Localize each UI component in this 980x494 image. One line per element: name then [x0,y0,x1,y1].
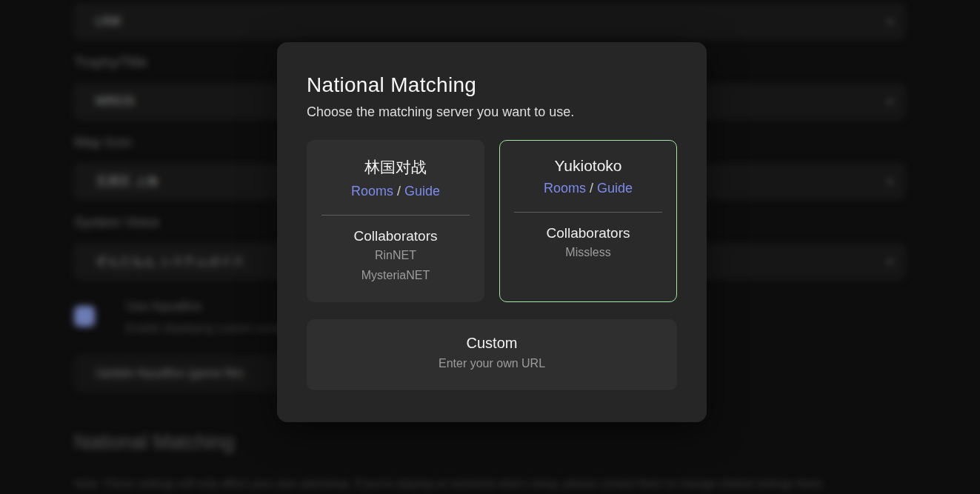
server-links: Rooms / Guide [307,184,484,199]
chevron-down-icon: ▾ [887,16,893,27]
server-name: 林国对战 [307,157,484,178]
rooms-link[interactable]: Rooms [544,181,586,196]
collaborator-name: RinNET [307,247,484,264]
guide-link[interactable]: Guide [597,181,633,196]
background-select-4-value: ずんだもん システムボイス [96,254,244,270]
background-select-1[interactable]: LINK ▾ [74,4,905,39]
background-select-3-value: 无畏区 上海 [96,174,158,190]
collaborators-label: Collaborators [307,228,484,244]
server-card-linguo[interactable]: 林国对战 Rooms / Guide Collaborators RinNET … [307,140,484,302]
server-options-row: 林国对战 Rooms / Guide Collaborators RinNET … [307,140,677,302]
trophy-title-label: Trophy/Title [74,54,147,70]
guide-link[interactable]: Guide [404,184,440,198]
modal-title: National Matching [307,73,677,97]
map-icon-label: Map Icon [74,134,132,150]
server-links: Rooms / Guide [500,181,676,196]
server-name: Yukiotoko [500,157,676,175]
custom-server-card[interactable]: Custom Enter your own URL [307,319,677,390]
link-separator: / [393,184,404,198]
national-matching-note: Note: These settings will only affect yo… [74,477,905,490]
rooms-link[interactable]: Rooms [351,184,393,198]
background-select-2-value: MIROS [96,95,134,108]
card-divider [514,212,662,213]
chevron-down-icon: ▾ [887,96,893,107]
collaborator-name: MysteriaNET [307,267,484,284]
chevron-down-icon: ▾ [887,256,893,267]
aquabox-checkbox-description: Enable displaying custom content [126,321,291,334]
system-voice-label: System Voice [74,214,159,230]
collaborator-name: Missless [500,244,676,261]
server-card-yukiotoko[interactable]: Yukiotoko Rooms / Guide Collaborators Mi… [499,140,677,302]
national-matching-modal: National Matching Choose the matching se… [277,42,707,422]
custom-card-subtitle: Enter your own URL [307,357,677,370]
aquabox-checkbox-label: Use AquaBox [126,299,202,314]
national-matching-section-heading: National Matching [74,431,234,454]
custom-card-title: Custom [307,335,677,352]
collaborators-label: Collaborators [500,225,676,241]
background-select-1-value: LINK [96,15,122,28]
aquabox-checkbox[interactable] [74,306,95,327]
chevron-down-icon: ▾ [887,176,893,187]
modal-subtitle: Choose the matching server you want to u… [307,104,677,120]
card-divider [321,215,470,216]
link-separator: / [586,181,597,196]
